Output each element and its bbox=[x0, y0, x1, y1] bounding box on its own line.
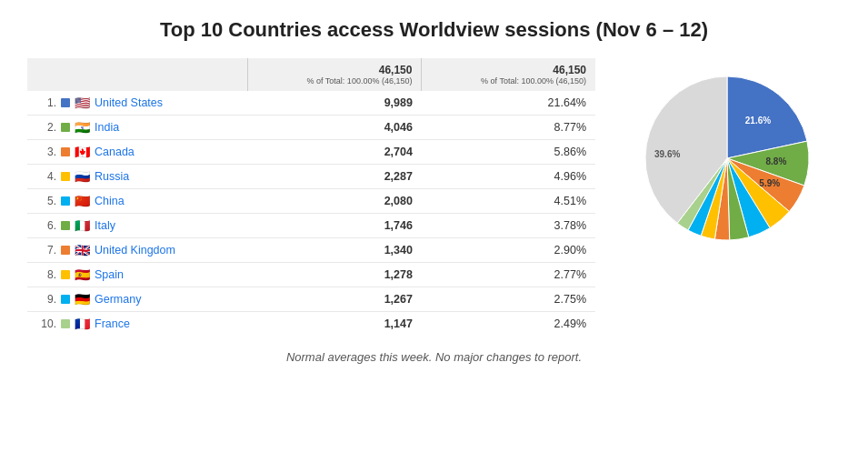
pct-cell: 2.75% bbox=[422, 287, 595, 312]
col2-header: 46,150 % of Total: 100.00% (46,150) bbox=[247, 58, 422, 91]
flag-emoji: 🇨🇳 bbox=[75, 194, 90, 208]
table-row: 6. 🇮🇹 Italy 1,746 3.78% bbox=[27, 214, 595, 238]
flag-emoji: 🇷🇺 bbox=[75, 169, 90, 184]
country-cell: 1. 🇺🇸 United States bbox=[27, 91, 247, 116]
pct-cell: 2.90% bbox=[422, 238, 595, 263]
pct-cell: 4.96% bbox=[422, 165, 595, 189]
flag-emoji: 🇩🇪 bbox=[75, 292, 90, 307]
country-link[interactable]: United States bbox=[95, 96, 163, 109]
country-link[interactable]: Canada bbox=[95, 146, 135, 158]
value-cell: 1,267 bbox=[247, 287, 422, 312]
table-row: 8. 🇪🇸 Spain 1,278 2.77% bbox=[27, 263, 595, 287]
value-cell: 9,989 bbox=[247, 91, 422, 116]
row-number: 2. bbox=[36, 121, 56, 134]
country-link[interactable]: Italy bbox=[95, 219, 115, 232]
pie-label: 8.8% bbox=[765, 156, 786, 166]
flag-emoji: 🇮🇹 bbox=[75, 218, 90, 233]
flag-emoji: 🇫🇷 bbox=[75, 317, 90, 331]
row-number: 6. bbox=[36, 219, 56, 232]
country-cell: 6. 🇮🇹 Italy bbox=[27, 214, 247, 238]
table-row: 2. 🇮🇳 India 4,046 8.77% bbox=[27, 116, 595, 140]
value-cell: 2,704 bbox=[247, 140, 422, 165]
footer-note: Normal averages this week. No major chan… bbox=[286, 350, 582, 364]
color-indicator bbox=[61, 196, 70, 206]
table-row: 4. 🇷🇺 Russia 2,287 4.96% bbox=[27, 165, 595, 189]
table-row: 5. 🇨🇳 China 2,080 4.51% bbox=[27, 189, 595, 214]
page-title: Top 10 Countries access Worldview sessio… bbox=[160, 18, 708, 42]
country-cell: 9. 🇩🇪 Germany bbox=[27, 287, 247, 312]
color-indicator bbox=[61, 246, 70, 255]
pie-chart: 21.6%8.8%5.9% 39.6% bbox=[636, 67, 818, 249]
country-cell: 3. 🇨🇦 Canada bbox=[27, 140, 247, 165]
country-cell: 10. 🇫🇷 France bbox=[27, 312, 247, 337]
pct-cell: 2.49% bbox=[422, 312, 595, 337]
country-cell: 2. 🇮🇳 India bbox=[27, 116, 247, 140]
pct-cell: 5.86% bbox=[422, 140, 595, 165]
pct-cell: 21.64% bbox=[422, 91, 595, 116]
pct-cell: 3.78% bbox=[422, 214, 595, 238]
value-cell: 1,278 bbox=[247, 263, 422, 287]
country-link[interactable]: India bbox=[95, 121, 119, 134]
pct-cell: 8.77% bbox=[422, 116, 595, 140]
row-number: 8. bbox=[36, 268, 56, 281]
color-indicator bbox=[61, 319, 70, 328]
value-cell: 1,746 bbox=[247, 214, 422, 238]
table-row: 10. 🇫🇷 France 1,147 2.49% bbox=[27, 312, 595, 337]
value-cell: 2,287 bbox=[247, 165, 422, 189]
pie-label: 5.9% bbox=[759, 178, 780, 188]
row-number: 1. bbox=[36, 96, 56, 109]
col1-header bbox=[27, 58, 247, 91]
row-number: 3. bbox=[36, 146, 56, 158]
table-row: 1. 🇺🇸 United States 9,989 21.64% bbox=[27, 91, 595, 116]
country-cell: 5. 🇨🇳 China bbox=[27, 189, 247, 214]
value-cell: 4,046 bbox=[247, 116, 422, 140]
color-indicator bbox=[61, 123, 70, 132]
country-link[interactable]: Russia bbox=[95, 170, 129, 183]
country-cell: 8. 🇪🇸 Spain bbox=[27, 263, 247, 287]
row-number: 5. bbox=[36, 195, 56, 207]
country-link[interactable]: United Kingdom bbox=[95, 244, 175, 257]
color-indicator bbox=[61, 295, 70, 304]
color-indicator bbox=[61, 172, 70, 181]
col3-header: 46,150 % of Total: 100.00% (46,150) bbox=[422, 58, 595, 91]
country-link[interactable]: France bbox=[95, 317, 130, 330]
color-indicator bbox=[61, 221, 70, 230]
flag-emoji: 🇨🇦 bbox=[75, 145, 90, 159]
pct-cell: 2.77% bbox=[422, 263, 595, 287]
content-area: 46,150 % of Total: 100.00% (46,150) 46,1… bbox=[27, 58, 841, 336]
flag-emoji: 🇬🇧 bbox=[75, 243, 90, 257]
color-indicator bbox=[61, 270, 70, 279]
data-table: 46,150 % of Total: 100.00% (46,150) 46,1… bbox=[27, 58, 595, 336]
row-number: 4. bbox=[36, 170, 56, 183]
country-link[interactable]: Spain bbox=[95, 268, 124, 281]
flag-emoji: 🇺🇸 bbox=[75, 96, 90, 110]
country-cell: 7. 🇬🇧 United Kingdom bbox=[27, 238, 247, 263]
value-cell: 2,080 bbox=[247, 189, 422, 214]
value-cell: 1,340 bbox=[247, 238, 422, 263]
country-cell: 4. 🇷🇺 Russia bbox=[27, 165, 247, 189]
pie-label-other: 39.6% bbox=[654, 149, 680, 159]
pie-label: 21.6% bbox=[745, 116, 771, 126]
color-indicator bbox=[61, 98, 70, 107]
flag-emoji: 🇪🇸 bbox=[75, 267, 90, 282]
country-link[interactable]: China bbox=[95, 195, 125, 207]
row-number: 9. bbox=[36, 293, 56, 306]
table-row: 7. 🇬🇧 United Kingdom 1,340 2.90% bbox=[27, 238, 595, 263]
table-section: 46,150 % of Total: 100.00% (46,150) 46,1… bbox=[27, 58, 595, 336]
color-indicator bbox=[61, 147, 70, 156]
row-number: 10. bbox=[36, 317, 56, 330]
value-cell: 1,147 bbox=[247, 312, 422, 337]
flag-emoji: 🇮🇳 bbox=[75, 120, 90, 135]
table-row: 3. 🇨🇦 Canada 2,704 5.86% bbox=[27, 140, 595, 165]
pct-cell: 4.51% bbox=[422, 189, 595, 214]
row-number: 7. bbox=[36, 244, 56, 257]
chart-section: 21.6%8.8%5.9% 39.6% bbox=[614, 58, 841, 249]
table-row: 9. 🇩🇪 Germany 1,267 2.75% bbox=[27, 287, 595, 312]
country-link[interactable]: Germany bbox=[95, 293, 141, 306]
